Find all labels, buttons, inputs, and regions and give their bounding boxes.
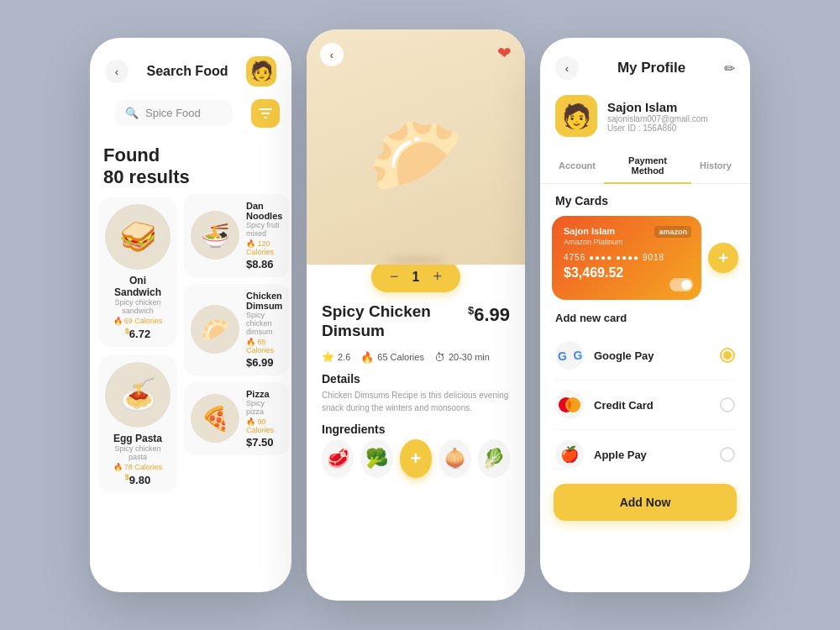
search-bar[interactable]: 🔍 Spice Food (115, 100, 233, 126)
ingredient-item: 🥬 (478, 439, 510, 478)
back-icon: ‹ (115, 66, 118, 78)
food-subtitle: Spicy chicken dimsum (246, 311, 282, 336)
food-detail-screen: ‹ ❤ 🥟 − 1 + Spicy Chicken Dimsum $6.99 ⭐… (307, 29, 525, 601)
heart-icon[interactable]: ❤ (497, 43, 512, 63)
increase-button[interactable]: + (433, 268, 442, 286)
search-food-screen: ‹ Search Food 🧑 🔍 Spice Food Found 80 re… (90, 38, 291, 592)
food-description: Chicken Dimsums Recipe is this delicious… (322, 389, 510, 414)
user-name: Sajon Islam (607, 100, 708, 114)
food-list-left: 🥪 Oni Sandwich Spicy chicken sandwich 🔥 … (98, 192, 177, 584)
food-detail-body: − 1 + Spicy Chicken Dimsum $6.99 ⭐ 2.6 🔥… (307, 265, 525, 601)
back-button[interactable]: ‹ (555, 56, 579, 80)
payment-option-credit-card[interactable]: Credit Card (540, 382, 750, 428)
google-pay-radio[interactable] (720, 348, 735, 363)
food-list-right: 🍜 Dan Noodles Spicy fruti mixed 🔥 120 Ca… (184, 192, 289, 584)
ingredients-list: 🥩 🥦 + 🧅 🥬 (322, 439, 510, 478)
apple-pay-icon: 🍎 (555, 440, 584, 469)
my-cards-title: My Cards (540, 194, 750, 216)
ingredient-item: 🥩 (322, 439, 354, 478)
add-icon: + (718, 249, 728, 268)
user-id: User ID : 156A860 (607, 123, 708, 133)
decrease-button[interactable]: − (390, 268, 399, 286)
svg-rect-1 (261, 113, 270, 114)
google-pay-label: Google Pay (594, 349, 710, 362)
tab-history[interactable]: History (691, 154, 740, 179)
filter-icon (259, 108, 272, 119)
food-subtitle: Spicy chicken sandwich (105, 298, 171, 315)
page-title: My Profile (617, 60, 685, 76)
apple-pay-radio[interactable] (720, 447, 735, 462)
tab-account[interactable]: Account (550, 154, 604, 179)
add-new-card-title: Add new card (540, 312, 750, 333)
card-type: Amazon Platinum (564, 238, 690, 246)
avatar-icon: 🧑 (250, 60, 273, 82)
food-image: 🥪 (105, 204, 171, 270)
tab-payment-method[interactable]: Payment Method (604, 149, 691, 184)
filter-button[interactable] (251, 99, 280, 128)
back-button[interactable]: ‹ (105, 60, 129, 83)
food-calories: 🔥 90 Calories (246, 417, 282, 434)
food-price: $7.50 (246, 436, 282, 449)
food-name: Egg Pasta (113, 433, 162, 444)
results-count: Found 80 results (90, 138, 291, 192)
page-title: Search Food (147, 64, 228, 79)
list-item[interactable]: 🥟 Chicken Dimsum Spicy chicken dimsum 🔥 … (184, 284, 289, 375)
svg-rect-2 (264, 117, 267, 118)
food-list: 🥪 Oni Sandwich Spicy chicken sandwich 🔥 … (90, 192, 291, 592)
food-subtitle: Spicy pizza (246, 399, 282, 416)
food-name: Oni Sandwich (105, 275, 171, 298)
quantity-pill: − 1 + (371, 265, 460, 292)
list-item[interactable]: 🍝 Egg Pasta Spicy chicken pasta 🔥 78 Cal… (98, 355, 177, 493)
food-image: 🍝 (105, 362, 171, 428)
divider (554, 429, 737, 430)
add-card-button[interactable]: + (708, 243, 738, 273)
card-brand: amazon (654, 226, 691, 238)
details-section-title: Details (322, 372, 510, 386)
back-icon: ‹ (330, 49, 333, 61)
card-balance: $3,469.52 (564, 265, 690, 281)
search-icon: 🔍 (125, 107, 139, 119)
edit-button[interactable]: ✏ (724, 60, 735, 76)
list-item[interactable]: 🍜 Dan Noodles Spicy fruti mixed 🔥 120 Ca… (184, 194, 289, 277)
credit-card-icon (555, 391, 584, 419)
avatar-button[interactable]: 🧑 (246, 56, 276, 87)
card-row: Sajon Islam amazon Amazon Platinum 4756 … (540, 216, 750, 312)
svg-point-6 (565, 397, 580, 412)
avatar: 🧑 (555, 95, 597, 137)
food-price: $6.72 (125, 327, 150, 340)
search-header: ‹ Search Food 🧑 (90, 38, 291, 95)
search-input[interactable]: Spice Food (145, 107, 223, 119)
card-number: 4756 ●●●● ●●●● 9018 (564, 253, 690, 262)
profile-header: ‹ My Profile ✏ (540, 38, 750, 88)
food-image: 🥟 (191, 305, 239, 354)
toggle-thumb (681, 280, 691, 290)
food-subtitle: Spicy fruti mixed (246, 221, 282, 238)
ingredient-item: 🥦 (360, 439, 392, 478)
edit-icon: ✏ (724, 61, 735, 76)
quantity-row: − 1 + (322, 265, 510, 292)
food-image: 🍕 (191, 394, 239, 443)
credit-card-radio[interactable] (720, 397, 735, 412)
food-subtitle: Spicy chicken pasta (105, 444, 171, 461)
back-button[interactable]: ‹ (320, 43, 344, 66)
list-item[interactable]: 🥪 Oni Sandwich Spicy chicken sandwich 🔥 … (98, 197, 177, 347)
calorie-stat: 🔥 65 Calories (360, 351, 424, 364)
payment-option-apple-pay[interactable]: 🍎 Apple Pay (540, 432, 750, 477)
food-hero-image: ‹ ❤ 🥟 (307, 29, 525, 265)
food-calories: 🔥 65 Calories (246, 338, 282, 354)
card-toggle[interactable] (669, 278, 693, 291)
quantity-value: 1 (412, 270, 420, 285)
add-ingredient-button[interactable]: + (400, 439, 432, 478)
rating-stat: ⭐ 2.6 (322, 351, 350, 363)
user-email: sajonislam007@gmail.com (607, 114, 708, 123)
credit-card-label: Credit Card (594, 399, 710, 412)
divider (554, 380, 737, 381)
add-now-button[interactable]: Add Now (554, 484, 737, 521)
avatar-emoji: 🧑 (562, 102, 591, 130)
google-pay-icon: G G (555, 341, 584, 370)
apple-pay-label: Apple Pay (594, 449, 710, 461)
payment-option-google-pay[interactable]: G G Google Pay (540, 333, 750, 378)
profile-info: 🧑 Sajon Islam sajonislam007@gmail.com Us… (540, 88, 750, 149)
list-item[interactable]: 🍕 Pizza Spicy pizza 🔥 90 Calories $7.50 (184, 382, 289, 455)
food-calories: 🔥 69 Calories (113, 317, 163, 325)
